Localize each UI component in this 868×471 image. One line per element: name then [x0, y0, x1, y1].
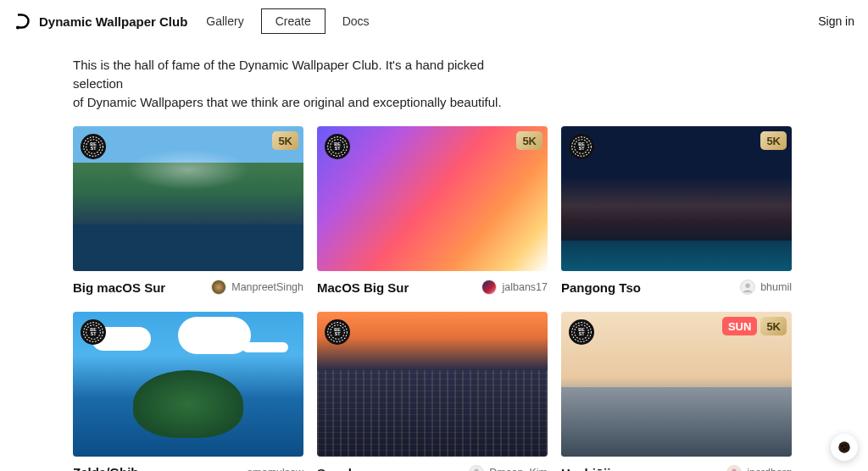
svg-point-15 [746, 284, 750, 288]
best-badge-icon: BE ST [81, 319, 106, 345]
svg-point-0 [16, 25, 19, 29]
wallpaper-card[interactable]: BE ST 5K Big macOS Sur ManpreetSingh [73, 126, 303, 295]
best-badge-icon: BE ST [325, 134, 350, 159]
wallpaper-author[interactable]: amamulsow [247, 467, 303, 471]
nav: Gallery Create Docs [206, 8, 369, 34]
wallpaper-author[interactable]: bhumil [740, 280, 792, 295]
nav-docs[interactable]: Docs [342, 14, 370, 28]
intro-line-2: of Dynamic Wallpapers that we think are … [73, 95, 502, 109]
svg-point-1 [84, 137, 103, 157]
wallpaper-caption: MacOS Big Sur jalbans17 [317, 271, 548, 295]
wallpaper-thumbnail[interactable]: BE ST SUN5K [561, 312, 792, 457]
sun-badge: SUN [722, 317, 757, 335]
svg-point-31 [838, 441, 850, 453]
wallpaper-caption: Pangong Tso bhumil [561, 271, 792, 295]
wallpaper-author[interactable]: Dmoon_Kim [469, 465, 548, 471]
author-name: ManpreetSingh [231, 281, 303, 293]
author-name: bhumil [760, 281, 792, 293]
wallpaper-caption: Big macOS Sur ManpreetSingh [73, 271, 303, 295]
wallpaper-title: Zelda/Ghib [73, 465, 139, 471]
wallpaper-author[interactable]: jnordberg [726, 465, 792, 471]
5k-badge: 5K [760, 131, 787, 150]
5k-badge: 5K [516, 131, 542, 150]
svg-point-32 [842, 445, 843, 446]
svg-point-5 [212, 280, 225, 294]
wallpaper-card[interactable]: BE ST Zelda/Ghib amamulsow [73, 312, 303, 471]
wallpaper-caption: Seoul Dmoon_Kim [317, 457, 548, 471]
5k-badge: 5K [760, 317, 787, 335]
intro-line-1: This is the hall of fame of the Dynamic … [73, 58, 484, 91]
brand-title: Dynamic Wallpaper Club [39, 14, 187, 29]
nav-gallery[interactable]: Gallery [206, 14, 243, 28]
wallpaper-thumbnail[interactable]: BE ST 5K [561, 126, 792, 271]
wallpaper-title: MacOS Big Sur [317, 280, 409, 295]
wallpaper-title: Hachiōji [561, 466, 610, 471]
cookie-button[interactable] [831, 434, 858, 461]
wallpaper-caption: Hachiōji jnordberg [561, 457, 792, 471]
wallpaper-author[interactable]: jalbans17 [481, 280, 548, 295]
wallpaper-grid: BE ST 5K Big macOS Sur ManpreetSingh BE … [0, 126, 868, 471]
svg-text:ST: ST [335, 147, 342, 152]
svg-point-33 [845, 445, 847, 446]
wallpaper-thumbnail[interactable]: BE ST 5K [317, 126, 548, 271]
nav-create[interactable]: Create [261, 8, 326, 34]
svg-text:ST: ST [335, 332, 342, 337]
wallpaper-thumbnail[interactable]: BE ST 5K [73, 126, 303, 271]
svg-text:BE: BE [90, 141, 97, 147]
wallpaper-title: Seoul [317, 466, 352, 471]
wallpaper-title: Pangong Tso [561, 280, 641, 295]
svg-point-35 [846, 447, 848, 449]
svg-text:ST: ST [579, 332, 586, 337]
best-badge-icon: BE ST [81, 134, 106, 159]
wallpaper-card[interactable]: BE ST 5K Pangong Tso bhumil [561, 126, 792, 295]
best-badge-icon: BE ST [569, 134, 594, 159]
author-name: jnordberg [747, 467, 792, 471]
author-avatar-icon [211, 280, 226, 295]
svg-text:ST: ST [91, 147, 97, 152]
intro-text: This is the hall of fame of the Dynamic … [0, 42, 593, 126]
author-avatar-icon [740, 280, 755, 295]
best-badge-icon: BE ST [325, 319, 350, 345]
author-avatar-icon [481, 280, 497, 295]
author-name: jalbans17 [502, 281, 548, 293]
wallpaper-caption: Zelda/Ghib amamulsow [73, 457, 303, 471]
author-avatar-icon [726, 465, 742, 471]
author-name: amamulsow [247, 467, 303, 471]
wallpaper-thumbnail[interactable]: BE ST [73, 312, 303, 457]
svg-text:ST: ST [91, 332, 97, 337]
wallpaper-title: Big macOS Sur [73, 280, 165, 295]
wallpaper-card[interactable]: BE ST SUN5K Hachiōji jnordberg [561, 312, 792, 471]
header: Dynamic Wallpaper Club Gallery Create Do… [0, 0, 868, 42]
svg-point-2 [86, 140, 101, 154]
5k-badge: 5K [272, 131, 298, 150]
wallpaper-author[interactable]: ManpreetSingh [211, 280, 303, 295]
logo-icon [14, 13, 31, 30]
author-avatar-icon [469, 465, 484, 471]
sign-in-link[interactable]: Sign in [818, 14, 854, 28]
svg-text:ST: ST [579, 147, 586, 152]
svg-point-34 [843, 448, 845, 450]
author-name: Dmoon_Kim [489, 467, 548, 471]
svg-point-10 [482, 280, 496, 294]
wallpaper-card[interactable]: BE ST 5K MacOS Big Sur jalbans17 [317, 126, 548, 295]
wallpaper-card[interactable]: BE ST Seoul Dmoon_Kim [317, 312, 548, 471]
best-badge-icon: BE ST [569, 319, 594, 345]
wallpaper-thumbnail[interactable]: BE ST [317, 312, 548, 457]
